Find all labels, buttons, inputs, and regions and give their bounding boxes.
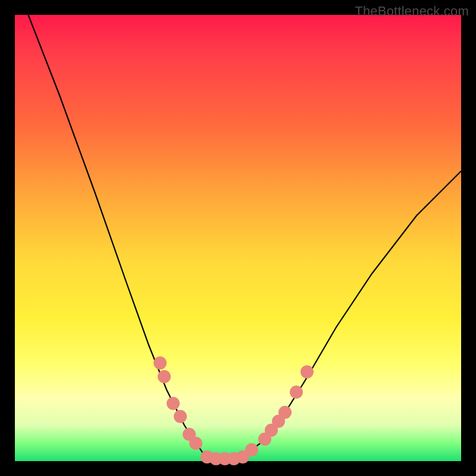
curve-svg (15, 15, 461, 461)
data-marker (189, 437, 202, 450)
data-marker (245, 443, 258, 456)
data-marker (167, 397, 180, 410)
data-marker (278, 406, 292, 419)
data-marker (158, 370, 171, 383)
plot-area (15, 15, 461, 461)
data-marker (154, 356, 167, 369)
data-marker (300, 365, 314, 378)
watermark-text: TheBottleneck.com (355, 4, 469, 19)
data-marker (174, 410, 187, 423)
data-marker (290, 386, 303, 399)
bottleneck-curve (29, 15, 462, 459)
